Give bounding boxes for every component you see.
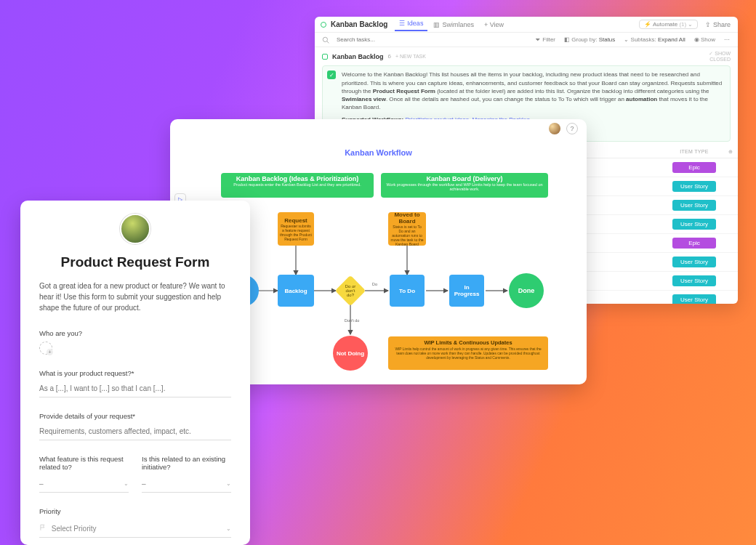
subtask-icon: ⌄: [624, 36, 629, 43]
cell-type: User Story: [665, 252, 723, 271]
group-by-button[interactable]: ◧ Group by: Status: [564, 36, 615, 43]
show-closed-toggle[interactable]: ✓ SHOW CLOSED: [709, 51, 731, 62]
chevron-down-icon: ⌄: [688, 21, 693, 28]
cell-type: User Story: [665, 214, 723, 233]
view-tabs: ☰Ideas ▥Swimlanes + View: [395, 18, 508, 31]
tab-ideas[interactable]: ☰Ideas: [395, 18, 427, 31]
bolt-icon: ⚡: [644, 21, 651, 28]
form-intro: Got a great idea for a new product or fe…: [39, 280, 231, 313]
check-icon: ✓: [327, 70, 336, 79]
workflow-title: Kanban Workflow: [345, 148, 412, 157]
user-avatar[interactable]: [549, 123, 560, 134]
request-input[interactable]: [39, 382, 231, 397]
who-picker[interactable]: [39, 342, 52, 355]
who-label: Who are you?: [39, 329, 231, 337]
header-actions: ⚡ Automate (1) ⌄ ⇪ Share: [639, 20, 731, 29]
request-label: What is your product request?*: [39, 369, 231, 377]
cell-type: Epic: [665, 233, 723, 252]
node-notdoing[interactable]: Not Doing: [333, 336, 368, 371]
check-icon: ✓: [709, 51, 713, 56]
feature-label: What feature is this request related to?: [39, 455, 129, 471]
add-col-button[interactable]: ⊕: [723, 146, 738, 158]
node-decision[interactable]: Do or don't do?: [335, 275, 366, 306]
lane-board: Kanban Board (Delivery) Work progresses …: [381, 173, 548, 198]
feature-select[interactable]: –⌄: [39, 475, 129, 493]
tab-swimlanes[interactable]: ▥Swimlanes: [429, 18, 478, 31]
chevron-down-icon: ⌄: [226, 480, 231, 487]
wip-limits-box: WIP Limits & Continuous Updates WIP Limi…: [388, 336, 548, 370]
form-title: Product Request Form: [39, 254, 231, 270]
chevron-down-icon: ⌄: [124, 480, 129, 487]
svg-line-1: [327, 41, 329, 43]
backlog-title: Kanban Backlog: [331, 20, 387, 28]
svg-point-0: [323, 37, 327, 41]
label-dont: Don't do: [345, 318, 359, 323]
cell-type: Epic: [665, 158, 723, 177]
node-request[interactable]: Request Requester submits a feature requ…: [278, 212, 314, 246]
cell-type: User Story: [665, 195, 723, 214]
form-avatar: [120, 214, 150, 244]
more-icon[interactable]: ⋯: [724, 36, 731, 43]
eye-icon: ◉: [694, 36, 699, 43]
show-button[interactable]: ◉ Show: [694, 36, 715, 43]
list-name: Kanban Backlog: [332, 53, 384, 60]
list-icon: ☰: [399, 20, 405, 27]
node-inprogress[interactable]: In Progress: [449, 275, 484, 307]
priority-select[interactable]: Select Priority ⌄: [39, 520, 231, 538]
cell-type: User Story: [665, 290, 723, 304]
backlog-header: Kanban Backlog ☰Ideas ▥Swimlanes + View …: [315, 17, 738, 33]
details-label: Provide details of your request*: [39, 412, 231, 420]
chevron-down-icon: ⌄: [226, 525, 231, 532]
label-do: Do: [372, 282, 377, 286]
workflow-header: ?: [170, 119, 587, 138]
automate-button[interactable]: ⚡ Automate (1) ⌄: [639, 20, 698, 29]
help-icon[interactable]: ?: [566, 123, 578, 134]
node-todo[interactable]: To Do: [390, 275, 425, 307]
node-moved[interactable]: Moved to Board Status is set to To Do an…: [388, 212, 426, 246]
filter-icon: ⏷: [535, 36, 541, 43]
add-view[interactable]: + View: [480, 18, 508, 31]
initiative-select[interactable]: –⌄: [142, 475, 231, 493]
node-backlog[interactable]: Backlog: [278, 275, 314, 307]
product-request-form-panel: Product Request Form Got a great idea fo…: [20, 201, 250, 545]
cell-type: User Story: [665, 177, 723, 195]
list-count: 6: [388, 53, 391, 60]
new-task-button[interactable]: + NEW TASK: [395, 54, 426, 59]
group-icon: ◧: [564, 36, 570, 43]
priority-label: Priority: [39, 507, 231, 515]
node-done[interactable]: Done: [509, 273, 544, 308]
cell-type: User Story: [665, 271, 723, 290]
swimlane-icon: ▥: [433, 21, 440, 28]
collapse-icon[interactable]: [322, 54, 328, 60]
details-input[interactable]: [39, 424, 231, 440]
search-input[interactable]: [337, 36, 424, 43]
share-icon: ⇪: [705, 21, 711, 28]
lane-backlog: Kanban Backlog (Ideas & Prioritization) …: [221, 173, 374, 198]
filter-button[interactable]: ⏷ Filter: [535, 36, 555, 43]
col-type: ITEM TYPE: [665, 146, 723, 158]
initiative-label: Is this related to an existing initiativ…: [142, 455, 231, 471]
share-button[interactable]: ⇪ Share: [705, 21, 731, 28]
list-header-row: Kanban Backlog 6 + NEW TASK ✓ SHOW CLOSE…: [315, 47, 738, 65]
search-icon: [322, 36, 329, 44]
subtasks-button[interactable]: ⌄ Subtasks: Expand All: [624, 36, 685, 43]
backlog-toolbar: ⏷ Filter ◧ Group by: Status ⌄ Subtasks: …: [315, 33, 738, 47]
flag-icon: [39, 524, 47, 531]
list-status-icon: [321, 22, 326, 28]
